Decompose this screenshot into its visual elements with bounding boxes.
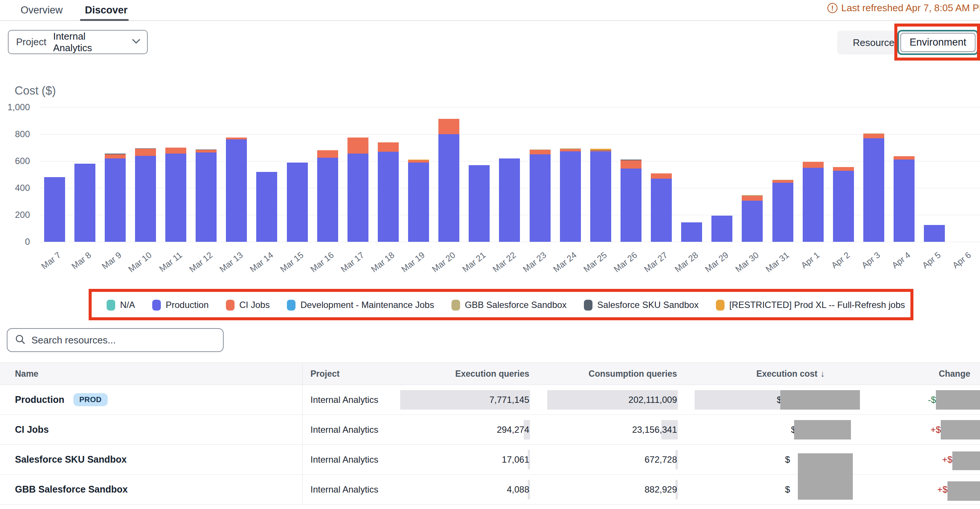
bar-mar-25[interactable] (590, 149, 611, 242)
redacted-value (941, 420, 980, 439)
bar-segment (226, 140, 247, 242)
bar-mar-8[interactable] (75, 164, 95, 242)
x-label-slot: Mar 16 (312, 244, 343, 277)
legend-swatch (287, 300, 296, 311)
bar-mar-11[interactable] (165, 147, 186, 242)
cell-consumption-queries: 672,728 (531, 454, 679, 465)
tab-overview[interactable]: Overview (21, 5, 63, 16)
bar-segment (620, 160, 641, 168)
x-label-slot: Mar 14 (252, 244, 282, 277)
bar-slot (130, 107, 161, 242)
x-label-slot: Apr 2 (828, 244, 858, 277)
bar-mar-14[interactable] (256, 172, 277, 242)
x-label-slot: Mar 30 (737, 244, 768, 277)
legend-item[interactable]: Salesforce SKU Sandbox (584, 300, 699, 311)
x-label-slot: Mar 25 (585, 244, 616, 277)
x-tick-label: Apr 2 (829, 250, 852, 271)
x-tick-label: Apr 4 (890, 250, 912, 271)
column-header-execution-queries[interactable]: Execution queries (392, 369, 531, 379)
bar-mar-19[interactable] (408, 160, 429, 242)
cell-consumption-queries: 202,111,009 (531, 395, 679, 405)
bar-segment (438, 119, 459, 134)
x-tick-label: Mar 16 (309, 250, 336, 274)
bar-slot (191, 107, 221, 242)
change-prefix: +$ (931, 425, 941, 434)
legend-item[interactable]: GBB Salesforce Sandbox (452, 300, 567, 311)
tab-discover[interactable]: Discover (85, 5, 127, 16)
x-label-slot: Mar 28 (677, 244, 707, 277)
legend-item[interactable]: [RESTRICTED] Prod XL -- Full-Refresh job… (716, 300, 905, 311)
x-tick-label: Apr 1 (799, 250, 821, 271)
bar-segment (833, 171, 854, 242)
bar-segment (560, 151, 581, 242)
group-by-resource-button[interactable]: Resource (842, 31, 905, 55)
legend-swatch (584, 300, 592, 311)
bar-mar-30[interactable] (742, 195, 763, 242)
bar-segment (347, 154, 368, 242)
currency-prefix: $ (785, 484, 790, 495)
bar-mar-12[interactable] (196, 149, 216, 242)
cell-execution-queries: 17,061 (392, 454, 531, 465)
legend-item[interactable]: Development - Maintenance Jobs (287, 300, 434, 311)
bar-apr-1[interactable] (803, 162, 824, 242)
bar-mar-26[interactable] (620, 160, 641, 242)
bar-mar-31[interactable] (772, 180, 793, 242)
bar-segment (347, 138, 368, 154)
bar-slot (312, 107, 343, 242)
legend-item-label: GBB Salesforce Sandbox (465, 300, 567, 310)
bar-mar-29[interactable] (711, 216, 732, 242)
column-header-execution-cost[interactable]: Execution cost↓ (679, 369, 868, 379)
column-header-name[interactable]: Name (0, 369, 302, 379)
search-icon (15, 334, 25, 346)
bar-slot (434, 107, 464, 242)
redacted-value (936, 390, 980, 409)
bar-apr-3[interactable] (863, 133, 884, 242)
bar-mar-13[interactable] (226, 138, 247, 242)
bar-mar-23[interactable] (530, 149, 550, 242)
column-header-consumption-queries[interactable]: Consumption queries (531, 369, 679, 379)
column-header-change[interactable]: Change (868, 369, 980, 379)
bar-segment (620, 168, 641, 242)
search-input[interactable] (32, 335, 215, 346)
redacted-value (780, 390, 860, 409)
bar-mar-15[interactable] (287, 163, 308, 242)
bar-mar-9[interactable] (105, 154, 126, 242)
x-label-slot: Mar 31 (768, 244, 798, 277)
bar-apr-5[interactable] (924, 225, 945, 242)
bar-segment (530, 154, 550, 242)
bar-slot (858, 107, 889, 242)
bar-apr-4[interactable] (894, 156, 915, 242)
bar-segment (833, 167, 854, 171)
legend-item[interactable]: Production (152, 300, 209, 311)
legend-item[interactable]: CI Jobs (226, 300, 270, 311)
bar-mar-7[interactable] (44, 177, 65, 242)
redacted-value (947, 481, 980, 501)
column-header-project[interactable]: Project (302, 369, 392, 379)
legend-item[interactable]: N/A (107, 300, 135, 311)
legend-swatch (452, 300, 460, 311)
bar-mar-10[interactable] (135, 148, 156, 242)
bar-segment (105, 154, 126, 159)
bar-segment (530, 150, 550, 154)
bar-mar-16[interactable] (317, 150, 338, 242)
bar-mar-21[interactable] (469, 165, 490, 242)
bar-mar-28[interactable] (681, 222, 702, 242)
bar-mar-24[interactable] (560, 148, 581, 242)
bar-segment (165, 154, 186, 242)
bar-apr-2[interactable] (833, 167, 854, 242)
bar-mar-22[interactable] (499, 159, 520, 242)
group-by-environment-button[interactable]: Environment (900, 33, 975, 52)
bar-mar-27[interactable] (651, 173, 672, 242)
bar-mar-18[interactable] (378, 143, 399, 242)
gridline (39, 242, 980, 242)
x-tick-label: Mar 31 (764, 250, 791, 274)
bar-mar-20[interactable] (438, 119, 459, 242)
x-tick-label: Mar 13 (218, 250, 245, 274)
bar-segment (438, 134, 459, 242)
x-label-slot: Apr 3 (858, 244, 889, 277)
bar-mar-17[interactable] (347, 138, 368, 242)
x-label-slot: Mar 20 (434, 244, 464, 277)
x-tick-label: Apr 6 (951, 250, 973, 271)
project-filter-dropdown[interactable]: Project Internal Analytics (8, 30, 148, 54)
cell-execution-queries: 4,088 (392, 484, 531, 495)
